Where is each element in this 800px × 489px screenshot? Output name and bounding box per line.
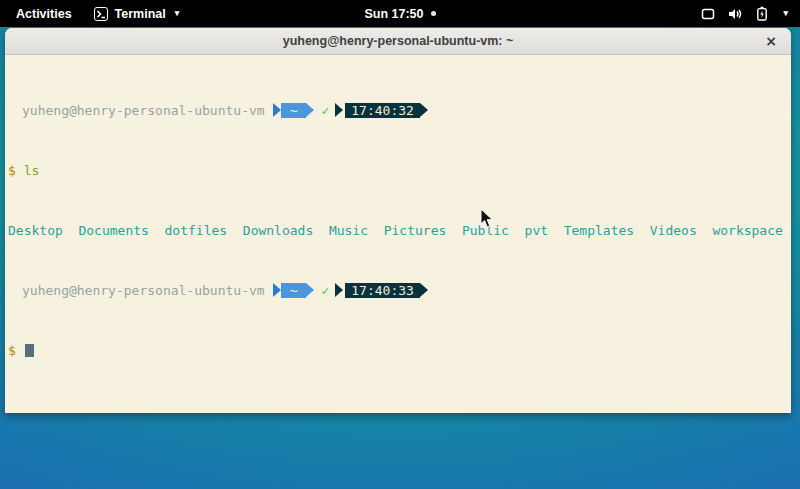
- terminal-window: yuheng@henry-personal-ubuntu-vm: ~ × yuh…: [5, 28, 791, 413]
- window-titlebar[interactable]: yuheng@henry-personal-ubuntu-vm: ~ ×: [5, 28, 791, 55]
- prompt-path-segment: ~: [281, 283, 307, 298]
- terminal-content[interactable]: yuheng@henry-personal-ubuntu-vm ~ ✓ 17:4…: [5, 55, 791, 412]
- volume-icon: [728, 7, 743, 21]
- chevron-down-icon: ▾: [783, 9, 788, 18]
- terminal-cursor: [25, 344, 34, 357]
- close-button[interactable]: ×: [761, 31, 781, 51]
- powerline-arrow-icon: [420, 103, 428, 117]
- app-menu-terminal[interactable]: Terminal ▾: [94, 7, 180, 21]
- prompt-time-segment: 17:40:32: [345, 103, 420, 118]
- prompt-dollar: $: [8, 343, 16, 358]
- notification-dot-icon: [431, 11, 436, 16]
- window-title: yuheng@henry-personal-ubuntu-vm: ~: [283, 34, 514, 48]
- screen-icon: [701, 7, 715, 21]
- ls-output: Desktop Documents dotfiles Downloads Mus…: [8, 223, 788, 238]
- command-line: $ ls: [8, 163, 788, 178]
- powerline-arrow-icon: [273, 283, 281, 297]
- typed-command: ls: [24, 163, 40, 178]
- app-menu-label: Terminal: [115, 7, 166, 21]
- powerline-arrow-icon: [306, 103, 314, 117]
- system-status-menu[interactable]: ▾: [701, 6, 788, 21]
- status-check-icon: ✓: [321, 283, 329, 298]
- powerline-arrow-icon: [420, 283, 428, 297]
- prompt-user-host: yuheng@henry-personal-ubuntu-vm: [8, 103, 265, 118]
- powerline-arrow-icon: [335, 103, 343, 117]
- prompt-line: yuheng@henry-personal-ubuntu-vm ~ ✓ 17:4…: [8, 283, 788, 298]
- battery-charging-icon: [756, 6, 768, 21]
- input-line[interactable]: $: [8, 343, 788, 358]
- chevron-down-icon: ▾: [175, 9, 180, 18]
- terminal-icon: [94, 7, 108, 21]
- clock[interactable]: Sun 17:50: [364, 7, 423, 21]
- prompt-user-host: yuheng@henry-personal-ubuntu-vm: [8, 283, 265, 298]
- prompt-path-segment: ~: [281, 103, 307, 118]
- powerline-arrow-icon: [273, 103, 281, 117]
- top-bar-left: Activities Terminal ▾: [12, 5, 179, 23]
- prompt-dollar: $: [8, 163, 16, 178]
- gnome-top-bar: Activities Terminal ▾ Sun 17:50: [0, 0, 800, 27]
- status-check-icon: ✓: [321, 103, 329, 118]
- activities-button[interactable]: Activities: [12, 5, 76, 23]
- prompt-time-segment: 17:40:33: [345, 283, 420, 298]
- powerline-arrow-icon: [335, 283, 343, 297]
- powerline-arrow-icon: [306, 283, 314, 297]
- prompt-line: yuheng@henry-personal-ubuntu-vm ~ ✓ 17:4…: [8, 103, 788, 118]
